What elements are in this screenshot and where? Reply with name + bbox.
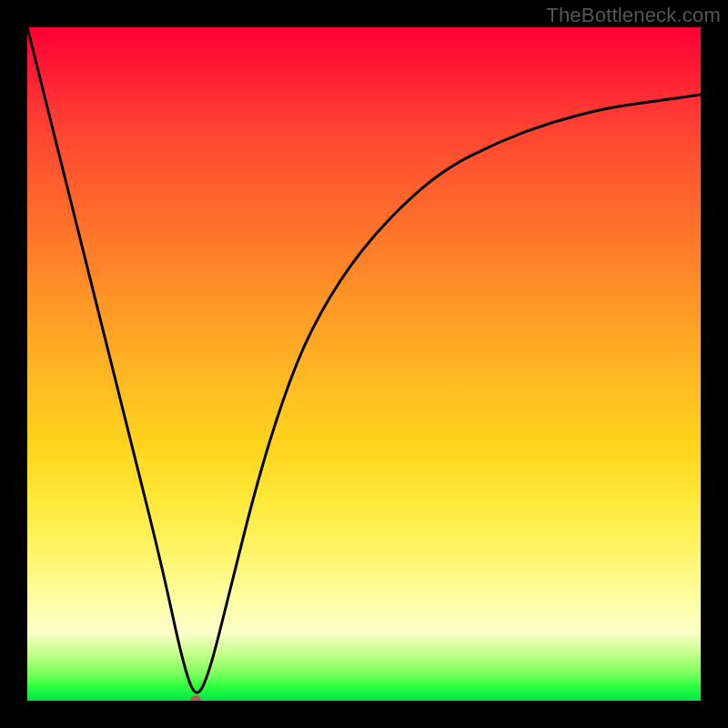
attribution-text: TheBottleneck.com — [546, 4, 721, 27]
plot-area — [27, 27, 701, 701]
bottleneck-curve — [27, 27, 701, 693]
chart-frame: TheBottleneck.com — [0, 0, 728, 728]
curve-layer — [27, 27, 701, 701]
vertex-marker — [190, 695, 201, 701]
